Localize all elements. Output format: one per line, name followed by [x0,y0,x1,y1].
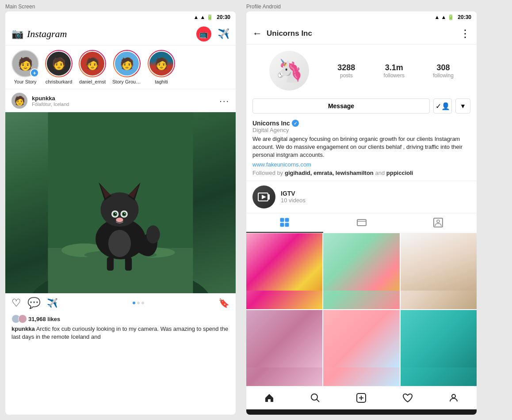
taghiti-avatar-wrap: 🧑 [148,50,175,77]
following-button[interactable]: ✓👤 [433,98,452,114]
dot-2 [137,302,140,304]
profile-more-button[interactable]: ⋮ [460,27,470,40]
story-chrisburkard[interactable]: 🧑 chrisburkard [45,50,73,84]
right-wifi-icon: ▲ [435,14,440,20]
tab-tagged[interactable] [400,213,477,233]
android-recent-button[interactable] [433,414,443,415]
story-taghiti[interactable]: 🧑 taghiti [148,50,175,84]
igtv-info: IGTV 10 videos [281,190,306,204]
svg-rect-21 [107,257,114,271]
igtv-title: IGTV [281,190,306,197]
grid-cell-4[interactable] [246,310,322,386]
search-icon [310,393,321,403]
right-battery-icon: 🔋 [447,14,454,20]
like-avatars [11,314,25,323]
bio-link[interactable]: www.fakeunicorns.com [252,161,470,168]
post-actions-left: ♡ 💬 ✈️ [11,297,58,309]
profile-username-header: Unicorns Inc [267,29,312,38]
svg-rect-26 [268,194,270,200]
daniel-ernst-label: daniel_ernst [79,79,106,84]
post-likes-row: 31,968 likes [11,314,229,323]
back-button[interactable]: ← [252,28,262,39]
grid-cell-5[interactable] [323,310,399,386]
daniel-ernst-avatar-wrap: 🧑 [79,50,106,77]
wifi-icon: ▲ [194,14,199,20]
android-back-button[interactable] [279,414,290,415]
svg-point-17 [123,213,126,216]
android-home-button[interactable] [356,414,367,415]
svg-rect-22 [125,257,132,271]
svg-point-16 [114,213,116,216]
grid-cell-2[interactable] [323,233,399,309]
signal-icon: ▲ [200,14,205,20]
post-location: Fólafótur, Iceland [32,102,69,107]
story-group-label: Story Group 1 [112,79,141,84]
camera-icon[interactable]: 📷 [11,28,23,40]
notification-button[interactable]: 📺 [196,26,211,42]
post-info: 31,968 likes kpunkka Arctic fox cub curi… [5,313,236,344]
message-button[interactable]: Message [252,98,430,114]
nav-home[interactable] [260,391,279,405]
igtv-icon [257,190,271,204]
daniel-ernst-avatar: 🧑 [79,50,106,77]
add-icon [356,393,367,403]
grid-cell-6[interactable] [401,310,477,386]
right-status-bar: ▲ ▲ 🔋 20:30 [246,11,477,23]
post-more-button[interactable]: ··· [219,96,229,106]
igtv-avatar [252,185,275,208]
likes-count: 31,968 likes [28,316,60,322]
profile-stats-row: 🦄 3288 posts 3.1m followers 308 followin… [246,45,477,97]
story-daniel-ernst[interactable]: 🧑 daniel_ernst [79,50,106,84]
dropdown-button[interactable]: ▼ [455,98,470,114]
grid-icon [280,218,290,227]
nav-search[interactable] [306,391,325,405]
igtv-section[interactable]: IGTV 10 videos [246,181,477,213]
profile-buttons: Message ✓👤 ▼ [246,97,477,118]
svg-point-35 [437,220,439,223]
stat-followers: 3.1m followers [384,63,405,79]
display-name: Unicorns Inc [252,120,290,127]
post-photo [5,112,236,293]
nav-add[interactable] [352,391,371,405]
story-your-story[interactable]: 🧑 + Your Story [11,50,39,84]
like-button[interactable]: ♡ [11,297,21,309]
battery-icon: 🔋 [206,14,213,20]
following-label: following [433,72,454,79]
left-time: 20:30 [217,14,230,20]
left-status-icons: ▲ ▲ 🔋 [194,14,214,20]
save-button[interactable]: 🔖 [218,298,229,308]
post-header-left: 🧑 kpunkka Fólafótur, Iceland [11,93,69,109]
profile-avatar-col: 🦄 [269,51,309,91]
right-time: 20:30 [458,14,471,20]
svg-rect-30 [280,223,284,227]
post-user-avatar[interactable]: 🧑 [11,93,27,109]
tab-grid[interactable] [246,213,323,233]
check-icon: ✓👤 [436,102,450,110]
nav-heart[interactable] [398,391,417,405]
share-button[interactable]: ✈️ [47,298,58,308]
dot-1 [133,302,135,304]
fox-svg [5,112,236,293]
grid-cell-3[interactable] [401,233,477,309]
caption-username: kpunkka [11,325,35,332]
svg-rect-31 [285,223,289,227]
taghiti-avatar: 🧑 [148,50,175,77]
post-caption: kpunkka Arctic fox cub curiously looking… [11,325,229,341]
right-status-icons: ▲ ▲ 🔋 [435,14,455,20]
chrisburkard-label: chrisburkard [46,79,73,84]
bio-category: Digital Agency [252,127,470,133]
your-story-avatar-wrap: 🧑 + [11,50,39,77]
grid-cell-1[interactable] [246,233,322,309]
tv-icon: 📺 [199,30,208,38]
send-icon[interactable]: ✈️ [218,28,229,40]
heart-icon [402,393,413,403]
add-story-button[interactable]: + [30,68,39,77]
tab-reels[interactable] [323,213,400,233]
svg-rect-28 [280,218,284,222]
story-group-1[interactable]: 🧑 Story Group 1 [112,50,141,84]
posts-count: 3288 [337,63,355,72]
nav-profile[interactable] [444,391,463,405]
post-image [5,112,236,293]
comment-button[interactable]: 💬 [27,297,41,309]
carousel-indicator [133,302,144,304]
